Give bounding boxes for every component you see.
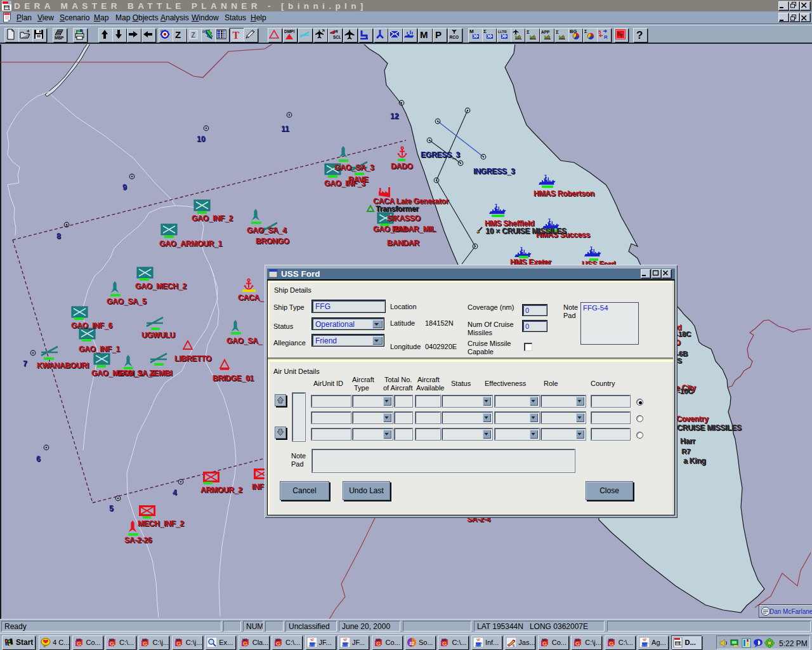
svg-text:GAO_INF_2: GAO_INF_2 [192,214,233,223]
svg-text:MB: MB [442,638,447,642]
svg-text:M: M [420,29,428,40]
svg-text:T: T [620,34,623,38]
svg-text:MB: MB [542,638,547,642]
svg-text:10: 10 [197,135,206,143]
svg-text:MB: MB [109,638,114,642]
svg-text:GAO_INF_1: GAO_INF_1 [79,345,120,354]
svg-text:MB: MB [275,638,280,642]
svg-text:GAO_SA_3: GAO_SA_3 [334,163,374,172]
svg-text:Σ: Σ [556,29,559,35]
svg-text:GAO_ARMOUR_1: GAO_ARMOUR_1 [159,239,222,248]
svg-text:LIBRETTO: LIBRETTO [174,354,211,363]
svg-text:DMPI: DMPI [284,29,294,34]
svg-text:RCO: RCO [450,35,459,39]
svg-text:BRONGO: BRONGO [256,237,289,246]
svg-text:SIKASSO: SIKASSO [387,214,421,223]
svg-text:Harr: Harr [680,437,695,446]
svg-text:8: 8 [56,232,61,241]
svg-text:R7: R7 [681,448,690,455]
svg-text:MB: MB [76,638,81,642]
svg-text:CACA_: CACA_ [238,293,264,302]
svg-text:9: 9 [122,183,127,192]
svg-text:GAO_SA_4: GAO_SA_4 [247,226,287,235]
svg-text:32: 32 [409,641,414,646]
svg-text:DADO: DADO [391,162,413,171]
svg-text:BRIDGE_01: BRIDGE_01 [213,374,254,383]
svg-text:T: T [233,30,240,41]
svg-text:10 × CRUISE MISSILES: 10 × CRUISE MISSILES [485,227,566,235]
svg-text:APP: APP [541,30,550,34]
svg-text:MB: MB [142,638,147,642]
svg-text:SA-2-26: SA-2-26 [124,536,152,545]
svg-text:GAO_SA_5: GAO_SA_5 [107,297,147,306]
svg-text:R: R [604,34,608,40]
svg-text:4: 4 [173,488,177,497]
svg-text:LLTR: LLTR [498,30,507,34]
svg-text:RADAR_MIL: RADAR_MIL [392,225,436,234]
svg-text:Z: Z [192,32,195,39]
svg-text:7: 7 [23,359,27,368]
svg-text:12: 12 [390,112,399,121]
svg-text:11: 11 [281,124,289,133]
svg-text:Σ: Σ [527,29,530,35]
svg-text:EGRESS_3: EGRESS_3 [421,150,460,159]
svg-text:MB: MB [176,638,181,642]
svg-text:MBP: MBP [55,36,64,40]
svg-text:KWANABOURI: KWANABOURI [37,361,89,370]
svg-text:Z: Z [175,29,181,40]
svg-text:-18C: -18C [676,330,691,338]
svg-text:SCL: SCL [333,35,341,39]
svg-text:5: 5 [109,504,114,513]
svg-text:MB: MB [608,638,613,642]
svg-text:MB: MB [575,638,580,642]
svg-text:MECH_INF_2: MECH_INF_2 [138,519,184,528]
svg-text:C: C [160,29,164,33]
svg-text:a King: a King [683,456,705,465]
svg-text:5: 5 [598,29,601,35]
svg-text:P: P [435,29,442,40]
svg-text:GAO_SA_: GAO_SA_ [226,336,262,345]
svg-text:GAO_MECH_2: GAO_MECH_2 [135,282,187,291]
svg-text:Σ: Σ [483,29,487,34]
svg-text:6: 6 [36,454,41,463]
svg-text:UGWULU: UGWULU [141,331,175,340]
svg-text:?: ? [636,29,643,41]
svg-text:ZEMBI: ZEMBI [149,369,172,378]
svg-text:INGRESS_3: INGRESS_3 [473,167,515,176]
svg-text:GAO_INF_6: GAO_INF_6 [71,321,112,330]
svg-text:MB: MB [242,638,247,642]
svg-text:M: M [469,29,474,34]
svg-text:Σ: Σ [584,29,587,34]
svg-text:BANDAR: BANDAR [387,239,419,248]
svg-text:GAO_INF_3: GAO_INF_3 [324,179,365,188]
svg-text:Coventry: Coventry [676,415,709,423]
svg-text:ARMOUR_2: ARMOUR_2 [200,486,242,494]
svg-text:S: S [677,357,682,364]
svg-text:MB: MB [376,638,381,642]
svg-text:INF: INF [252,482,264,491]
svg-text:HMAS Robertson: HMAS Robertson [534,189,594,198]
svg-text:Transformer: Transformer [376,204,419,213]
svg-text:-10C: -10C [678,387,693,395]
svg-text:CRUISE MISSILES: CRUISE MISSILES [677,423,742,432]
